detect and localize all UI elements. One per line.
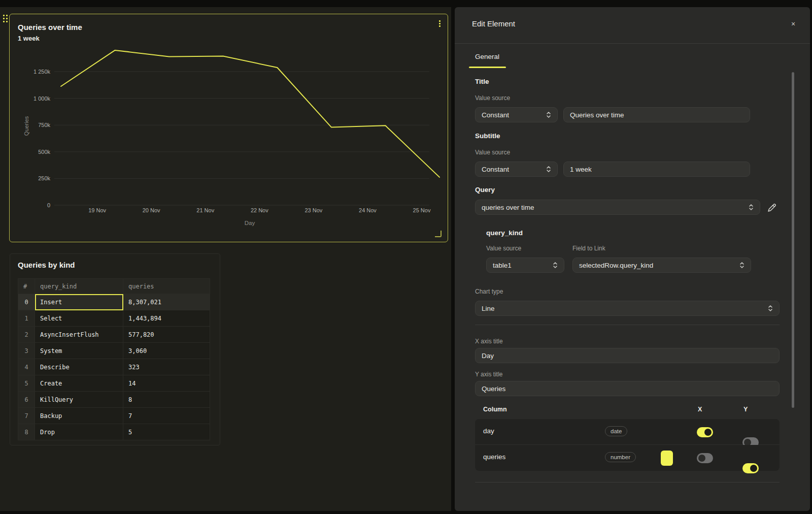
subtitle-value-input[interactable]: 1 week bbox=[563, 162, 750, 177]
query-select[interactable]: queries over time bbox=[475, 200, 760, 215]
svg-text:750k: 750k bbox=[38, 122, 50, 128]
svg-text:24 Nov: 24 Nov bbox=[359, 207, 377, 213]
query-kind-cell[interactable]: Create bbox=[35, 375, 123, 392]
query-kind-value-source-label: Value source bbox=[486, 245, 521, 252]
row-index[interactable]: 0 bbox=[18, 294, 35, 310]
chevron-updown-icon bbox=[546, 111, 551, 119]
title-source-value: Constant bbox=[482, 111, 509, 119]
table-row[interactable]: 6 KillQuery 8 bbox=[18, 392, 210, 408]
queries-cell[interactable]: 1,443,894 bbox=[123, 310, 210, 327]
queries-cell[interactable]: 3,060 bbox=[123, 343, 210, 359]
column-row-day: day date bbox=[475, 419, 780, 445]
tab-general[interactable]: General bbox=[469, 50, 505, 67]
title-value-text: Queries over time bbox=[570, 111, 624, 119]
queries-by-kind-table: # query_kind queries 0 Insert 8,307,0211… bbox=[18, 278, 210, 440]
y-axis-toggle[interactable] bbox=[742, 463, 759, 473]
table-row[interactable]: 5 Create 14 bbox=[18, 375, 210, 392]
query-select-value: queries over time bbox=[482, 204, 534, 211]
table-row[interactable]: 1 Select 1,443,894 bbox=[18, 310, 210, 327]
queries-cell[interactable]: 8 bbox=[123, 392, 210, 408]
query-kind-cell[interactable]: Describe bbox=[35, 359, 123, 375]
svg-text:23 Nov: 23 Nov bbox=[304, 207, 322, 213]
query-kind-cell[interactable]: System bbox=[35, 343, 123, 359]
table-header-row: # query_kind queries bbox=[18, 279, 210, 294]
title-value-input[interactable]: Queries over time bbox=[563, 107, 750, 122]
table-element[interactable]: Queries by kind # query_kind queries 0 I… bbox=[10, 253, 220, 445]
series-color-swatch[interactable] bbox=[661, 451, 673, 466]
table-row[interactable]: 3 System 3,060 bbox=[18, 343, 210, 359]
chevron-updown-icon bbox=[553, 261, 558, 269]
chart-element-selected[interactable]: Queries over time 1 week 0250k500k750k1 … bbox=[9, 14, 448, 242]
column-name: queries bbox=[483, 453, 505, 461]
x-axis-toggle[interactable] bbox=[697, 453, 713, 463]
table-row[interactable]: 2 AsyncInsertFlush 577,820 bbox=[18, 327, 210, 343]
columns-table-header: Column X Y bbox=[475, 402, 780, 419]
field-to-link-select[interactable]: selectedRow.query_kind bbox=[572, 258, 751, 273]
line-chart: 0250k500k750k1 000k1 250k19 Nov20 Nov21 … bbox=[10, 14, 448, 242]
query-kind-cell[interactable]: Backup bbox=[35, 408, 123, 424]
edit-element-panel: Edit Element × General Title Value sourc… bbox=[455, 7, 810, 511]
table-row[interactable]: 0 Insert 8,307,021 bbox=[18, 294, 210, 310]
chart-type-select[interactable]: Line bbox=[475, 301, 780, 316]
subtitle-source-select[interactable]: Constant bbox=[475, 162, 558, 177]
y-axis-title-input[interactable]: Queries bbox=[475, 381, 780, 396]
query-kind-cell[interactable]: Insert bbox=[35, 294, 123, 310]
queries-cell[interactable]: 7 bbox=[123, 408, 210, 424]
table-row[interactable]: 8 Drop 5 bbox=[18, 424, 210, 440]
svg-text:250k: 250k bbox=[38, 175, 50, 181]
queries-cell[interactable]: 5 bbox=[123, 424, 210, 440]
queries-cell[interactable]: 323 bbox=[123, 359, 210, 375]
query-section-label: Query bbox=[475, 186, 495, 194]
queries-cell[interactable]: 14 bbox=[123, 375, 210, 392]
y-axis-title-label: Y axis title bbox=[475, 371, 502, 378]
chevron-updown-icon bbox=[749, 203, 754, 211]
query-kind-cell[interactable]: Select bbox=[35, 310, 123, 327]
chevron-updown-icon bbox=[546, 165, 551, 173]
tab-active-underline bbox=[469, 67, 506, 68]
subtitle-value-text: 1 week bbox=[570, 166, 592, 173]
header-divider bbox=[455, 43, 810, 44]
section-divider bbox=[475, 482, 780, 483]
col-header-y: Y bbox=[743, 406, 748, 413]
query-kind-cell[interactable]: Drop bbox=[35, 424, 123, 440]
header-query-kind: query_kind bbox=[35, 279, 123, 294]
section-divider bbox=[475, 325, 780, 325]
svg-text:19 Nov: 19 Nov bbox=[88, 207, 106, 213]
type-badge: number bbox=[605, 452, 636, 462]
x-axis-title-input[interactable]: Day bbox=[475, 348, 780, 363]
chevron-updown-icon bbox=[768, 304, 773, 312]
row-index[interactable]: 8 bbox=[18, 424, 35, 440]
svg-text:22 Nov: 22 Nov bbox=[251, 207, 268, 213]
svg-text:21 Nov: 21 Nov bbox=[196, 207, 214, 213]
queries-cell[interactable]: 8,307,021 bbox=[123, 294, 210, 310]
col-header-x: X bbox=[698, 406, 702, 413]
close-icon[interactable]: × bbox=[788, 18, 799, 29]
row-index[interactable]: 1 bbox=[18, 310, 35, 327]
column-row-queries: queries number bbox=[475, 445, 780, 471]
x-axis-toggle[interactable] bbox=[697, 427, 713, 437]
row-index[interactable]: 4 bbox=[18, 359, 35, 375]
edit-pencil-icon[interactable] bbox=[766, 202, 777, 213]
table-row[interactable]: 7 Backup 7 bbox=[18, 408, 210, 424]
row-index[interactable]: 2 bbox=[18, 327, 35, 343]
type-badge: date bbox=[605, 426, 627, 436]
row-index[interactable]: 6 bbox=[18, 392, 35, 408]
query-kind-cell[interactable]: KillQuery bbox=[35, 392, 123, 408]
row-index[interactable]: 3 bbox=[18, 343, 35, 359]
title-section-label: Title bbox=[475, 78, 489, 85]
drag-handle-icon[interactable] bbox=[3, 15, 9, 24]
resize-handle[interactable] bbox=[435, 231, 442, 237]
queries-cell[interactable]: 577,820 bbox=[123, 327, 210, 343]
row-index[interactable]: 5 bbox=[18, 375, 35, 392]
svg-text:Queries: Queries bbox=[23, 116, 29, 136]
panel-divider bbox=[451, 7, 455, 512]
chart-type-value: Line bbox=[482, 305, 495, 312]
panel-scrollbar[interactable] bbox=[792, 72, 794, 408]
title-source-select[interactable]: Constant bbox=[475, 107, 558, 122]
table-row[interactable]: 4 Describe 323 bbox=[18, 359, 210, 375]
query-kind-source-select[interactable]: table1 bbox=[486, 258, 564, 273]
panel-title: Edit Element bbox=[472, 19, 515, 28]
field-to-link-label: Field to Link bbox=[572, 245, 605, 252]
query-kind-cell[interactable]: AsyncInsertFlush bbox=[35, 327, 123, 343]
row-index[interactable]: 7 bbox=[18, 408, 35, 424]
